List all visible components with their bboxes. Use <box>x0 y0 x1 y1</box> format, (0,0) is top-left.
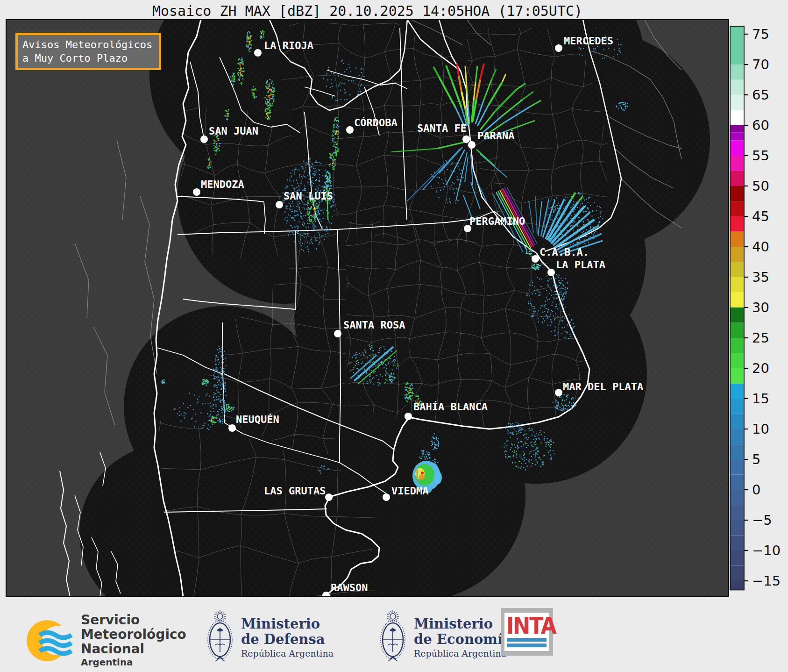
smn-name-line3: Nacional <box>81 642 186 656</box>
city-dot <box>325 493 333 501</box>
city-label: MAR DEL PLATA <box>563 381 643 393</box>
colorbar-tick-label: 10 <box>752 421 769 437</box>
inta-wordmark: INTA <box>506 614 547 637</box>
city-label: VIEDMA <box>391 485 428 497</box>
map-layers: LA RIOJAMERCEDESSAN JUANCÓRDOBASANTA FEP… <box>6 0 729 666</box>
ministerio-economia-logo: Ministerio de Economía República Argenti… <box>378 609 511 667</box>
city-dot <box>276 201 283 208</box>
smn-name-line1: Servicio <box>81 613 186 627</box>
colorbar-tick-label: 35 <box>752 269 769 285</box>
colorbar-tick-label: −5 <box>752 512 772 528</box>
city-label: CÓRDOBA <box>354 117 398 129</box>
footer-logos: Servicio Meteorológico Nacional Argentin… <box>0 600 788 672</box>
city-label: MENDOZA <box>201 179 244 190</box>
city-label: SANTA ROSA <box>343 319 405 331</box>
city-dot <box>468 141 476 149</box>
inta-bar-2 <box>507 643 547 647</box>
colorbar-tick-label: 65 <box>752 87 769 103</box>
city-label: PARANÁ <box>477 130 514 142</box>
colorbar: 757065605550454035302520151050−5−10−15 <box>730 26 781 590</box>
defensa-line2: de Defensa <box>241 632 334 647</box>
city-dot <box>193 188 200 196</box>
colorbar-tick-label: 70 <box>752 57 769 72</box>
economia-line2: de Economía <box>414 632 511 647</box>
smn-name-line4: Argentina <box>81 656 186 668</box>
inta-logo: INTA <box>501 608 553 656</box>
colorbar-tick-label: 40 <box>752 239 769 255</box>
defensa-line1: Ministerio <box>241 616 334 632</box>
smn-logo: Servicio Meteorológico Nacional Argentin… <box>26 613 186 668</box>
colorbar-tick-label: 30 <box>752 300 769 315</box>
warning-banner[interactable]: Avisos Meteorológicos a Muy Corto Plazo <box>15 33 161 70</box>
colorbar-tick-label: −10 <box>752 543 781 558</box>
defensa-line3: República Argentina <box>241 647 334 659</box>
city-dot <box>547 269 555 276</box>
smn-crescent-icon <box>26 613 74 668</box>
city-dot <box>228 424 236 432</box>
city-dot <box>555 44 562 52</box>
colorbar-tick-label: 50 <box>752 178 769 194</box>
colorbar-tick-label: 25 <box>752 330 769 346</box>
warning-line-1: Avisos Meteorológicos <box>22 38 154 51</box>
city-label: PERGAMINO <box>469 215 525 227</box>
colorbar-tick-label: 5 <box>752 451 760 467</box>
coat-of-arms-icon <box>378 609 407 667</box>
colorbar-tick-label: 60 <box>752 117 769 133</box>
city-label: NEUQUÉN <box>236 414 279 425</box>
city-label: C.A.B.A. <box>540 246 589 258</box>
city-dot <box>200 136 208 143</box>
city-dot <box>405 413 412 420</box>
city-dot <box>322 592 330 599</box>
radar-map: LA RIOJAMERCEDESSAN JUANCÓRDOBASANTA FEP… <box>0 0 788 672</box>
city-label: MERCEDES <box>564 35 613 47</box>
colorbar-tick-label: 15 <box>752 391 769 407</box>
city-label: BAHÍA BLANCA <box>413 401 488 413</box>
city-label: LAS GRUTAS <box>264 485 326 497</box>
colorbar-tick-label: 55 <box>752 148 769 164</box>
city-dot <box>462 136 470 143</box>
colorbar-tick-label: 45 <box>752 208 769 224</box>
smn-name-line2: Meteorológico <box>81 627 186 642</box>
city-dot <box>383 493 390 501</box>
ministerio-defensa-logo: Ministerio de Defensa República Argentin… <box>206 609 334 667</box>
city-dot <box>254 49 262 57</box>
economia-line3: República Argentina <box>414 647 511 659</box>
colorbar-tick-label: −15 <box>752 573 781 589</box>
city-dot <box>334 330 341 337</box>
colorbar-tick-label: 75 <box>752 26 769 42</box>
warning-line-2: a Muy Corto Plazo <box>22 51 154 65</box>
radar-mosaic-figure: Mosaico ZH MAX [dBZ] 20.10.2025 14:05HOA… <box>0 0 788 672</box>
city-label: SAN LUIS <box>284 190 333 202</box>
economia-line1: Ministerio <box>414 616 511 632</box>
city-dot <box>346 126 354 134</box>
coat-of-arms-icon <box>206 609 234 667</box>
city-label: LA RIOJA <box>264 40 313 51</box>
city-label: LA PLATA <box>556 259 605 271</box>
colorbar-tick-label: 20 <box>752 360 769 376</box>
city-dot <box>532 255 539 263</box>
colorbar-tick-label: 0 <box>752 482 760 498</box>
city-label: RAWSON <box>331 582 368 593</box>
city-dot <box>555 389 562 396</box>
city-label: SANTA FE <box>417 122 467 134</box>
city-label: SAN JUAN <box>209 125 258 137</box>
